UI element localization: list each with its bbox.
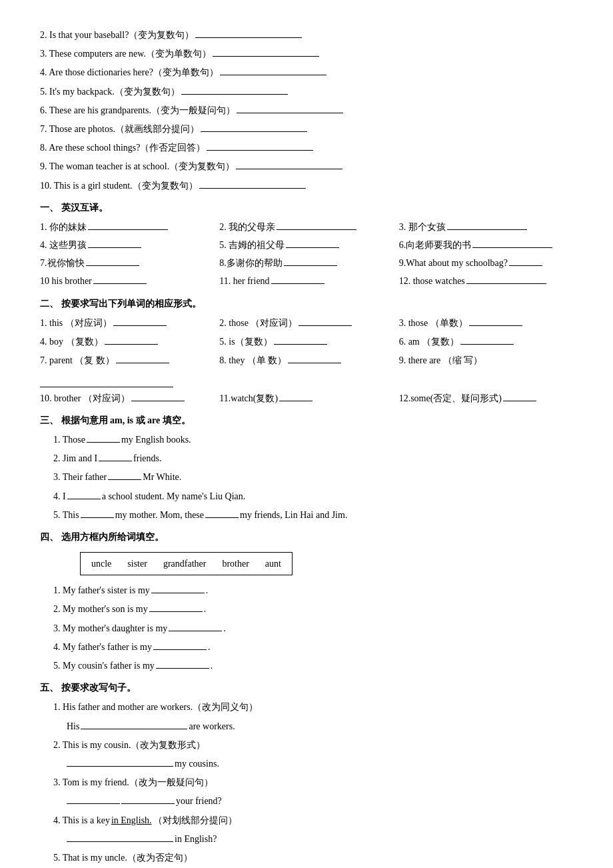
blank-s5-1[interactable] — [81, 719, 187, 729]
s5-1-q: 1. His father and mother are workers.（改为… — [53, 699, 573, 715]
sentence-10: 10. This is a girl student.（变为复数句） — [40, 177, 573, 194]
word-grandfather: grandfather — [163, 555, 207, 572]
blank-6[interactable] — [237, 103, 343, 113]
blank-wf12[interactable] — [503, 391, 536, 401]
blank-9[interactable] — [236, 159, 342, 169]
wf-5: 5. is（复数） — [219, 333, 393, 350]
blank-wf5[interactable] — [274, 334, 327, 345]
blank-t4[interactable] — [88, 237, 141, 248]
blank-s3-1[interactable] — [87, 432, 120, 443]
section-4-items: 1. My father's sister is my . 2. My moth… — [40, 582, 573, 674]
s5-3: 3. Tom is my friend.（改为一般疑问句） your frien… — [53, 774, 573, 809]
blank-8[interactable] — [207, 140, 313, 151]
s3-5: 5. This my mother. Mom, these my friends… — [53, 507, 573, 523]
sentence-5: 5. It's my backpack.（变为复数句） — [40, 83, 573, 100]
blank-s5-2[interactable] — [67, 756, 173, 767]
blank-t7[interactable] — [86, 255, 139, 266]
blank-s3-4[interactable] — [67, 489, 101, 499]
word-form-grid: 1. this （对应词） 2. those （对应词） 3. those （单… — [40, 315, 573, 369]
blank-10[interactable] — [199, 178, 306, 189]
s5-4-a: in English? — [53, 831, 573, 847]
s5-4-q: 4. This is a key in English.（对划线部分提问） — [53, 812, 573, 829]
s4-3: 3. My mother's daughter is my . — [53, 620, 573, 637]
blank-wf4[interactable] — [105, 334, 158, 345]
blank-t10[interactable] — [93, 273, 147, 284]
section-1: 一、 英汉互译。 1. 你的妹妹 2. 我的父母亲 3. 那个女孩 4. 这些男… — [40, 199, 573, 290]
blank-s5-3b[interactable] — [121, 793, 175, 804]
blank-wf2[interactable] — [299, 315, 352, 326]
blank-wf10[interactable] — [131, 391, 185, 401]
blank-t2[interactable] — [277, 219, 356, 230]
wf-9: 9. there are （缩 写） — [399, 352, 573, 369]
section-3-title: 三、 根据句意用 am, is 或 are 填空。 — [40, 412, 573, 429]
s5-1: 1. His father and mother are workers.（改为… — [53, 699, 573, 734]
blank-s4-3[interactable] — [169, 621, 222, 631]
blank-t9[interactable] — [509, 255, 542, 266]
blank-s4-4[interactable] — [153, 639, 207, 650]
section-5: 五、 按要求改写句子。 1. His father and mother are… — [40, 679, 573, 868]
section-5-items: 1. His father and mother are workers.（改为… — [40, 699, 573, 868]
trans-2: 2. 我的父母亲 — [219, 219, 393, 235]
trans-8: 8.多谢你的帮助 — [219, 255, 393, 271]
blank-t3[interactable] — [447, 219, 527, 230]
blank-t6[interactable] — [472, 237, 552, 248]
sentence-9: 9. The woman teacher is at school.（变为复数句… — [40, 158, 573, 175]
blank-wf11[interactable] — [279, 391, 312, 401]
blank-t8[interactable] — [284, 255, 337, 266]
section-2-title: 二、 按要求写出下列单词的相应形式。 — [40, 295, 573, 312]
blank-s4-5[interactable] — [156, 658, 209, 669]
blank-wf3[interactable] — [469, 315, 522, 326]
s5-1-a: His are workers. — [53, 718, 573, 735]
trans-4: 4. 这些男孩 — [40, 237, 214, 253]
sentence-7: 7. Those are photos.（就画线部分提问） — [40, 121, 573, 137]
wf-7: 7. parent （复 数） — [40, 352, 214, 369]
trans-3: 3. 那个女孩 — [399, 219, 573, 235]
blank-2[interactable] — [195, 27, 302, 38]
section-2: 二、 按要求写出下列单词的相应形式。 1. this （对应词） 2. thos… — [40, 295, 573, 407]
blank-s3-3[interactable] — [108, 469, 141, 480]
blank-s3-5b[interactable] — [205, 507, 239, 518]
section-4-title: 四、 选用方框内所给词填空。 — [40, 529, 573, 545]
section-5-title: 五、 按要求改写句子。 — [40, 679, 573, 696]
blank-s4-2[interactable] — [149, 601, 203, 612]
wf-9-blank-row — [40, 370, 573, 387]
blank-s5-4[interactable] — [67, 831, 173, 842]
trans-5: 5. 吉姆的祖父母 — [219, 237, 393, 253]
translation-grid: 1. 你的妹妹 2. 我的父母亲 3. 那个女孩 4. 这些男孩 5. 吉姆的祖… — [40, 219, 573, 290]
word-aunt: aunt — [265, 555, 281, 572]
sentence-6: 6. These are his grandparents.（变为一般疑问句） — [40, 102, 573, 119]
word-form-grid-2: 10. brother （对应词） 11.watch(复数) 12.some(否… — [40, 390, 573, 407]
wf-11: 11.watch(复数) — [219, 390, 393, 407]
blank-s3-2[interactable] — [99, 451, 132, 461]
s4-4: 4. My father's father is my . — [53, 639, 573, 655]
trans-9: 9.What about my schoolbag? — [399, 255, 573, 271]
wf-1: 1. this （对应词） — [40, 315, 214, 331]
blank-5[interactable] — [181, 84, 288, 95]
s5-2-a: my cousins. — [53, 755, 573, 772]
blank-s5-3a[interactable] — [67, 793, 120, 804]
blank-t5[interactable] — [286, 237, 339, 248]
blank-s4-1[interactable] — [151, 583, 205, 593]
trans-6: 6.向老师要我的书 — [399, 237, 573, 253]
blank-wf9[interactable] — [40, 377, 173, 387]
s5-3-q: 3. Tom is my friend.（改为一般疑问句） — [53, 774, 573, 791]
blank-wf6[interactable] — [460, 334, 514, 345]
wf-3: 3. those （单数） — [399, 315, 573, 331]
blank-4[interactable] — [220, 65, 326, 75]
wf-8: 8. they （单 数） — [219, 352, 393, 369]
s5-2: 2. This is my cousin.（改为复数形式） my cousins… — [53, 737, 573, 772]
blank-t11[interactable] — [271, 273, 324, 284]
blank-t1[interactable] — [88, 219, 168, 230]
blank-wf8[interactable] — [288, 353, 341, 363]
blank-7[interactable] — [201, 121, 307, 132]
sentence-3: 3. These computers are new.（变为单数句） — [40, 45, 573, 62]
blank-3[interactable] — [213, 46, 319, 57]
trans-11: 11. her friend — [219, 273, 393, 289]
word-box: uncle sister grandfather brother aunt — [80, 552, 293, 575]
blank-t12[interactable] — [466, 273, 546, 284]
blank-wf7[interactable] — [116, 353, 169, 363]
blank-s3-5a[interactable] — [81, 507, 114, 518]
sentence-4: 4. Are those dictionaries here?（变为单数句） — [40, 64, 573, 81]
sentence-2: 2. Is that your baseball?（变为复数句） — [40, 27, 573, 43]
blank-wf1[interactable] — [113, 315, 167, 326]
